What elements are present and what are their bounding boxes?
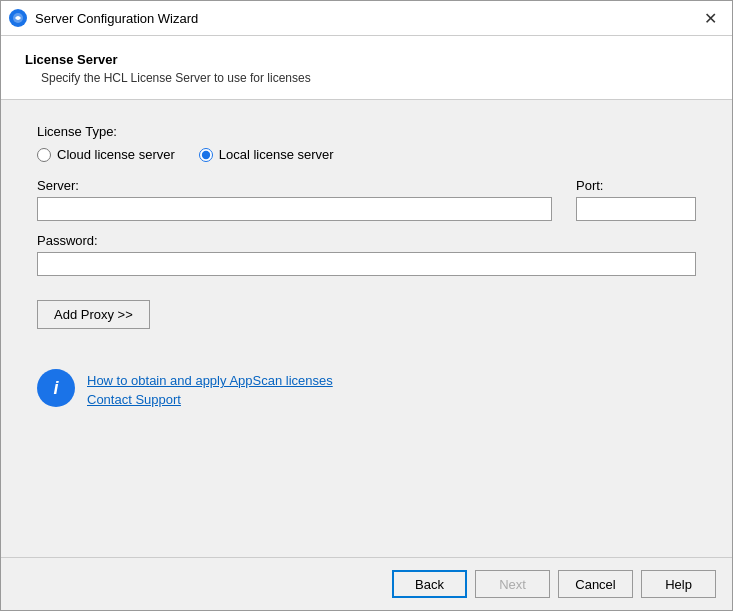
app-icon	[9, 9, 27, 27]
info-icon: i	[37, 369, 75, 407]
add-proxy-button[interactable]: Add Proxy >>	[37, 300, 150, 329]
cloud-radio-option[interactable]: Cloud license server	[37, 147, 175, 162]
title-bar: Server Configuration Wizard ✕	[1, 1, 732, 36]
cancel-button[interactable]: Cancel	[558, 570, 633, 598]
password-field-group: Password:	[37, 233, 696, 276]
local-radio-label: Local license server	[219, 147, 334, 162]
local-radio-option[interactable]: Local license server	[199, 147, 334, 162]
contact-support-link[interactable]: Contact Support	[87, 392, 333, 407]
server-port-row: Server: Port:	[37, 178, 696, 221]
help-button[interactable]: Help	[641, 570, 716, 598]
page-title: License Server	[25, 52, 708, 67]
server-field-group: Server:	[37, 178, 552, 221]
password-input[interactable]	[37, 252, 696, 276]
footer: Back Next Cancel Help	[1, 558, 732, 610]
port-field-group: Port:	[576, 178, 696, 221]
server-input[interactable]	[37, 197, 552, 221]
local-radio-input[interactable]	[199, 148, 213, 162]
password-row: Password:	[37, 233, 696, 276]
back-button[interactable]: Back	[392, 570, 467, 598]
form-section: License Type: Cloud license server Local…	[37, 124, 696, 361]
license-type-label: License Type:	[37, 124, 696, 139]
password-label: Password:	[37, 233, 696, 248]
port-label: Port:	[576, 178, 696, 193]
page-subtitle: Specify the HCL License Server to use fo…	[41, 71, 708, 85]
cloud-radio-input[interactable]	[37, 148, 51, 162]
info-links: How to obtain and apply AppScan licenses…	[87, 369, 333, 407]
window-title: Server Configuration Wizard	[35, 11, 696, 26]
main-window: Server Configuration Wizard ✕ License Se…	[0, 0, 733, 611]
close-button[interactable]: ✕	[696, 4, 724, 32]
info-section: i How to obtain and apply AppScan licens…	[37, 369, 696, 407]
radio-group: Cloud license server Local license serve…	[37, 147, 696, 162]
next-button[interactable]: Next	[475, 570, 550, 598]
appscan-licenses-link[interactable]: How to obtain and apply AppScan licenses	[87, 373, 333, 388]
content-area: License Type: Cloud license server Local…	[1, 100, 732, 557]
cloud-radio-label: Cloud license server	[57, 147, 175, 162]
port-input[interactable]	[576, 197, 696, 221]
header-section: License Server Specify the HCL License S…	[1, 36, 732, 100]
server-label: Server:	[37, 178, 552, 193]
